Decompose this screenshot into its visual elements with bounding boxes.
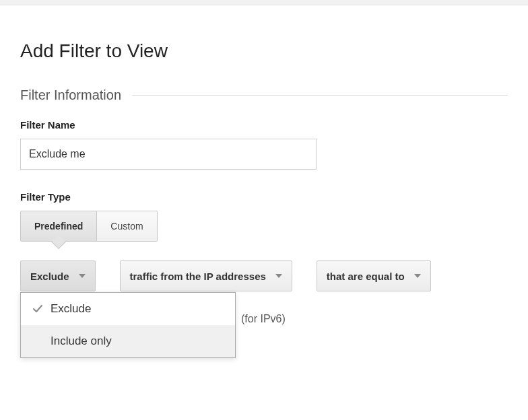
condition-dropdown-value: that are equal to	[327, 271, 405, 282]
source-dropdown[interactable]: traffic from the IP addresses	[120, 260, 292, 291]
section-header-text: Filter Information	[20, 88, 132, 103]
action-dropdown-value: Exclude	[30, 271, 69, 282]
caret-down-icon	[79, 274, 86, 278]
filter-type-group: Filter Type Predefined Custom Exclude Ex…	[20, 191, 508, 333]
source-dropdown-value: traffic from the IP addresses	[130, 271, 266, 282]
content-area: Add Filter to View Filter Information Fi…	[20, 40, 508, 333]
action-dropdown-container: Exclude Exclude Include only	[20, 260, 96, 291]
check-icon	[32, 303, 44, 315]
dropdown-option-include-only[interactable]: Include only	[21, 325, 235, 357]
custom-toggle[interactable]: Custom	[97, 211, 157, 242]
section-header: Filter Information	[20, 88, 508, 103]
dropdown-row: Exclude Exclude Include only	[20, 260, 508, 291]
dropdown-option-exclude[interactable]: Exclude	[21, 293, 235, 325]
top-divider	[0, 0, 528, 5]
filter-name-input[interactable]	[20, 139, 317, 170]
check-icon-empty	[32, 335, 44, 347]
action-dropdown-menu: Exclude Include only	[20, 292, 236, 358]
filter-type-toggle: Predefined Custom	[20, 211, 158, 242]
section-header-line	[132, 95, 508, 96]
caret-down-icon	[414, 274, 421, 278]
filter-name-label: Filter Name	[20, 119, 508, 131]
ip-hint: (for IPv6)	[241, 313, 286, 325]
filter-type-label: Filter Type	[20, 191, 508, 203]
action-dropdown[interactable]: Exclude	[20, 260, 96, 291]
page-title: Add Filter to View	[20, 40, 508, 62]
predefined-toggle[interactable]: Predefined	[20, 211, 97, 242]
caret-down-icon	[275, 274, 282, 278]
option-label: Exclude	[51, 302, 224, 316]
option-label: Include only	[51, 335, 224, 348]
condition-dropdown[interactable]: that are equal to	[317, 260, 431, 291]
filter-name-group: Filter Name	[20, 119, 508, 170]
